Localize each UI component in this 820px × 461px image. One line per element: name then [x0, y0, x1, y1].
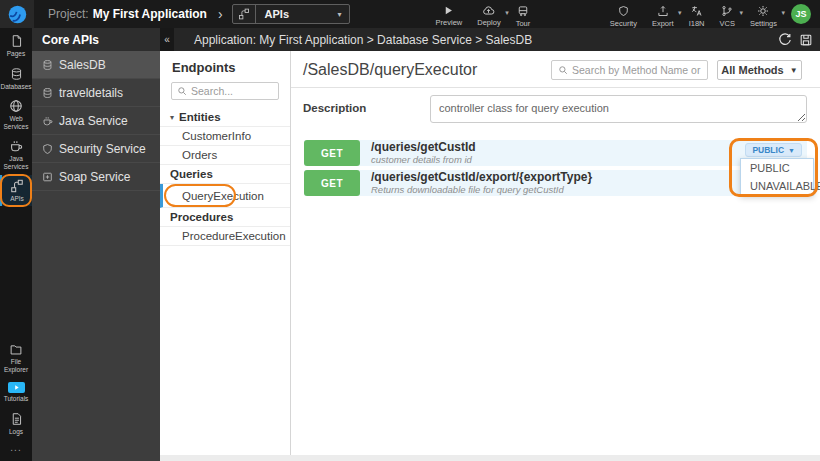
core-api-item-traveldetails[interactable]: traveldetails — [32, 79, 160, 107]
tutorials-play-icon — [8, 382, 25, 393]
core-api-item-security-service[interactable]: Security Service — [32, 135, 160, 163]
endpoint-item-queryexecution[interactable]: QueryExecution — [160, 184, 290, 208]
user-avatar[interactable]: JS — [791, 4, 811, 24]
breadcrumb-bar: « Application: My First Application > Da… — [160, 28, 820, 51]
settings-button[interactable]: Settings ▾ — [750, 1, 777, 28]
core-apis-title: Core APIs — [32, 28, 160, 51]
vcs-button[interactable]: VCS ▾ — [719, 1, 734, 28]
main-content: /SalesDB/queryExecutor All Methods ▼ Des… — [291, 51, 820, 455]
database-icon — [10, 67, 23, 81]
collapse-panel-button[interactable]: « — [160, 28, 174, 51]
core-apis-panel: Core APIs SalesDB traveldetails Java Ser… — [32, 28, 160, 461]
endpoint-text: /queries/getCustId customer details from… — [371, 140, 476, 166]
tour-button[interactable]: Tour — [516, 1, 531, 28]
search-icon — [558, 65, 568, 75]
section-header-entities[interactable]: ▾ Entities — [160, 108, 290, 127]
sidebar-item-databases[interactable]: Databases — [0, 63, 32, 94]
database-icon — [42, 59, 53, 71]
chevron-down-icon: ▼ — [790, 66, 798, 75]
main-header: /SalesDB/queryExecutor All Methods ▼ — [291, 51, 820, 88]
core-api-item-java-service[interactable]: Java Service — [32, 107, 160, 135]
preview-button[interactable]: Preview — [436, 1, 463, 27]
soap-icon — [42, 171, 53, 183]
app-logo[interactable] — [0, 0, 34, 28]
horizontal-scrollbar-track[interactable] — [160, 455, 820, 461]
endpoints-search-input[interactable] — [191, 85, 273, 97]
shield-icon — [618, 5, 629, 17]
core-api-label: traveldetails — [59, 86, 123, 100]
endpoint-summary: customer details from id — [371, 154, 476, 165]
topbar-left-actions: Preview Deploy ▾ Tour — [436, 1, 531, 28]
method-badge-get: GET — [304, 140, 360, 166]
sidebar-item-web-services[interactable]: Web Services — [0, 95, 32, 133]
sidebar-item-apis[interactable]: APIs — [0, 175, 32, 206]
method-search[interactable] — [551, 60, 708, 80]
method-search-input[interactable] — [572, 64, 701, 76]
sidebar-item-pages[interactable]: Pages — [0, 30, 32, 61]
coffee-icon — [9, 139, 23, 153]
logs-icon — [10, 412, 23, 426]
security-button[interactable]: Security — [610, 1, 637, 28]
method-badge-get: GET — [304, 170, 360, 196]
app-window: Project:My First Application › APIs ▾ Pr… — [0, 0, 820, 461]
chevron-down-icon: ▾ — [338, 10, 342, 19]
chevron-down-icon: ▾ — [739, 9, 743, 17]
endpoint-text: /queries/getCustId/export/{exportType} R… — [371, 170, 592, 196]
module-selector-dropdown[interactable]: APIs ▾ — [232, 4, 350, 24]
core-api-item-soap-service[interactable]: Soap Service — [32, 163, 160, 191]
database-icon — [42, 87, 53, 99]
more-options-button[interactable]: ... — [0, 438, 32, 461]
folder-icon — [9, 343, 23, 356]
endpoint-item-customerinfo[interactable]: CustomerInfo — [160, 127, 290, 146]
sidebar-item-file-explorer[interactable]: File Explorer — [0, 339, 32, 376]
cloud-upload-icon — [482, 5, 495, 16]
api-endpoint-row-getcustid[interactable]: GET /queries/getCustId customer details … — [304, 140, 807, 166]
export-icon — [657, 5, 669, 17]
api-endpoint-row-getcustid-export[interactable]: GET /queries/getCustId/export/{exportTyp… — [304, 170, 807, 196]
section-header-queries: Queries — [160, 165, 290, 184]
core-api-label: SalesDB — [59, 58, 106, 72]
endpoint-summary: Returns downloadable file for query getC… — [371, 184, 592, 195]
endpoint-item-procedureexecution[interactable]: ProcedureExecution — [160, 227, 290, 246]
i18n-button[interactable]: I18N — [689, 1, 705, 28]
deploy-button[interactable]: Deploy ▾ — [477, 1, 500, 27]
access-option-unavailable[interactable]: UNAVAILABLE — [741, 177, 813, 195]
core-api-label: Java Service — [59, 114, 128, 128]
pages-icon — [10, 34, 23, 48]
endpoints-title: Endpoints — [160, 51, 290, 82]
chevron-down-icon: ▾ — [678, 9, 682, 17]
branch-icon — [721, 5, 733, 17]
api-endpoint-list: GET /queries/getCustId customer details … — [304, 140, 807, 200]
search-icon — [177, 86, 187, 96]
endpoints-search[interactable] — [171, 82, 279, 100]
section-header-procedures: Procedures — [160, 208, 290, 227]
module-selector-value: APIs — [256, 8, 289, 20]
project-label: Project: — [48, 7, 89, 21]
export-button[interactable]: Export ▾ — [652, 1, 674, 28]
save-button[interactable] — [799, 33, 813, 47]
core-api-item-salesdb[interactable]: SalesDB — [32, 51, 160, 79]
chevron-down-icon: ▾ — [505, 9, 509, 17]
chevron-right-icon: › — [218, 6, 223, 22]
api-icon — [10, 179, 24, 193]
refresh-button[interactable] — [778, 33, 792, 47]
access-option-public[interactable]: PUBLIC — [741, 159, 813, 177]
left-rail: Pages Databases Web Services Java Servic… — [0, 28, 32, 461]
endpoint-path: /queries/getCustId — [371, 141, 476, 154]
description-textarea[interactable]: controller class for query execution — [430, 95, 807, 123]
rail-spacer — [0, 206, 32, 338]
chevron-down-icon: ▾ — [781, 9, 785, 17]
endpoint-item-orders[interactable]: Orders — [160, 146, 290, 165]
sidebar-item-logs[interactable]: Logs — [0, 408, 32, 439]
access-dropdown-button[interactable]: PUBLIC ▼ — [745, 143, 802, 157]
project-name[interactable]: My First Application — [93, 7, 207, 21]
topbar: Project:My First Application › APIs ▾ Pr… — [0, 0, 820, 28]
endpoints-panel: Endpoints ▾ Entities CustomerInfo Orders… — [160, 51, 291, 455]
wavemaker-logo-icon — [7, 4, 28, 25]
sidebar-item-java-services[interactable]: Java Services — [0, 135, 32, 173]
shield-icon — [42, 143, 53, 155]
project-title: Project:My First Application — [48, 7, 207, 21]
methods-filter-dropdown[interactable]: All Methods ▼ — [717, 60, 802, 80]
sidebar-item-tutorials[interactable]: Tutorials — [0, 378, 32, 406]
coffee-icon — [42, 115, 53, 127]
